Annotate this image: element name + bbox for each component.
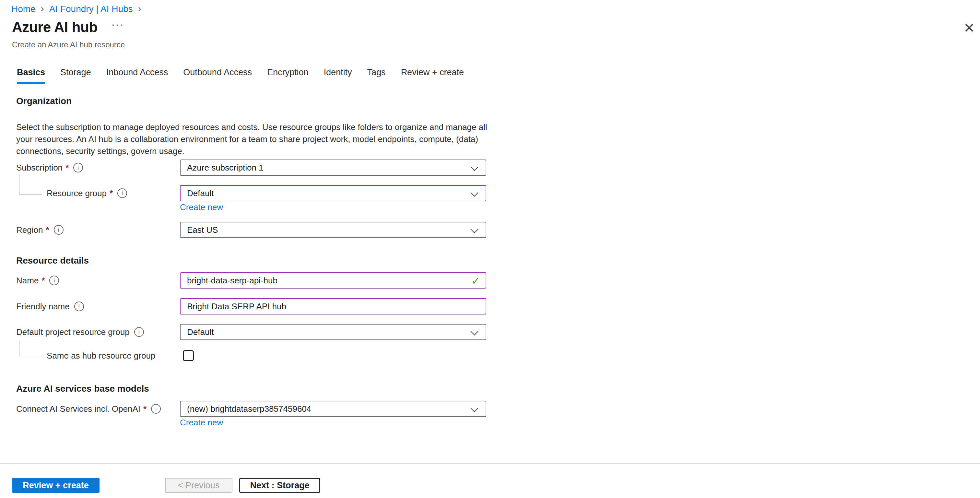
chevron-down-icon (470, 404, 478, 412)
connect-ai-services-label: Connect AI Services incl. OpenAI * i (16, 401, 161, 417)
region-value: East US (187, 225, 218, 235)
breadcrumb-chevron-icon: › (41, 3, 44, 13)
resource-group-label: Resource group * i (47, 185, 127, 201)
info-icon[interactable]: i (134, 327, 144, 337)
same-as-hub-label-text: Same as hub resource group (47, 351, 155, 361)
friendly-name-input[interactable] (180, 298, 486, 315)
page-subtitle: Create an Azure AI hub resource (12, 40, 125, 49)
info-icon[interactable]: i (73, 163, 83, 172)
organization-description: Select the subscription to manage deploy… (16, 121, 488, 157)
tree-connector (19, 341, 42, 356)
info-icon[interactable]: i (49, 275, 59, 285)
resource-group-value: Default (187, 188, 214, 199)
subscription-label-text: Subscription (16, 163, 62, 173)
default-project-resource-group-dropdown[interactable]: Default (180, 324, 486, 340)
more-menu-icon[interactable]: ··· (112, 20, 124, 31)
chevron-down-icon (470, 163, 478, 171)
chevron-down-icon (470, 328, 478, 335)
page-title: Azure AI hub (12, 19, 97, 36)
same-as-hub-resource-group-label: Same as hub resource group (47, 350, 155, 361)
breadcrumb-chevron-icon: › (138, 3, 142, 13)
tab-tags[interactable]: Tags (367, 67, 386, 84)
resource-details-section-heading: Resource details (16, 256, 89, 266)
organization-section-heading: Organization (16, 96, 72, 107)
connect-ai-services-value: (new) brightdataserp3857459604 (187, 404, 311, 414)
name-input[interactable] (180, 272, 486, 288)
tab-bar: Basics Storage Inbound Access Outbound A… (17, 67, 479, 84)
tab-storage[interactable]: Storage (60, 67, 91, 84)
name-field-wrapper: ✓ (180, 272, 486, 288)
resource-group-label-text: Resource group (47, 188, 107, 199)
chevron-down-icon (470, 189, 478, 196)
same-as-hub-resource-group-checkbox[interactable] (183, 350, 194, 361)
connect-ai-services-dropdown[interactable]: (new) brightdataserp3857459604 (180, 401, 486, 417)
previous-button[interactable]: < Previous (165, 478, 232, 493)
region-dropdown[interactable]: East US (180, 222, 486, 238)
info-icon[interactable]: i (54, 225, 64, 235)
tab-outbound-access[interactable]: Outbound Access (183, 67, 252, 84)
tree-connector (19, 175, 42, 194)
subscription-value: Azure subscription 1 (187, 163, 264, 173)
create-azure-ai-hub-page: Home › AI Foundry | AI Hubs › ✕ Azure AI… (0, 0, 980, 498)
footer-divider (0, 463, 980, 464)
tab-encryption[interactable]: Encryption (267, 67, 309, 84)
required-marker: * (41, 275, 45, 286)
review-create-button[interactable]: Review + create (12, 478, 100, 493)
name-label-text: Name (16, 275, 38, 286)
resource-group-dropdown[interactable]: Default (180, 185, 486, 201)
breadcrumb-ai-foundry-ai-hubs[interactable]: AI Foundry | AI Hubs (49, 4, 133, 14)
friendly-name-label: Friendly name i (16, 298, 84, 315)
breadcrumb: Home › AI Foundry | AI Hubs › (11, 4, 142, 14)
required-marker: * (46, 225, 49, 235)
info-icon[interactable]: i (151, 404, 161, 414)
create-new-resource-group-link[interactable]: Create new (180, 202, 223, 212)
subscription-dropdown[interactable]: Azure subscription 1 (180, 159, 486, 176)
tab-basics[interactable]: Basics (17, 67, 45, 84)
connect-ai-services-label-text: Connect AI Services incl. OpenAI (16, 404, 140, 414)
ai-services-section-heading: Azure AI services base models (16, 383, 149, 394)
region-label-text: Region (16, 225, 43, 235)
subscription-label: Subscription * i (16, 159, 83, 176)
breadcrumb-home[interactable]: Home (11, 4, 36, 14)
name-label: Name * i (16, 272, 59, 288)
chevron-down-icon (470, 225, 478, 233)
required-marker: * (110, 188, 113, 199)
default-project-resource-group-label-text: Default project resource group (16, 327, 130, 337)
valid-check-icon: ✓ (471, 274, 481, 287)
tab-review-create[interactable]: Review + create (401, 67, 464, 84)
friendly-name-field-wrapper (180, 298, 486, 315)
default-project-resource-group-value: Default (187, 327, 214, 337)
close-icon[interactable]: ✕ (964, 21, 975, 35)
required-marker: * (65, 163, 69, 173)
default-project-resource-group-label: Default project resource group i (16, 324, 144, 340)
tab-inbound-access[interactable]: Inbound Access (106, 67, 168, 84)
tab-identity[interactable]: Identity (324, 67, 352, 84)
region-label: Region * i (16, 222, 64, 238)
friendly-name-label-text: Friendly name (16, 302, 70, 312)
create-new-ai-services-link[interactable]: Create new (180, 418, 223, 428)
info-icon[interactable]: i (74, 302, 84, 311)
info-icon[interactable]: i (117, 188, 127, 198)
required-marker: * (143, 404, 146, 414)
next-storage-button[interactable]: Next : Storage (239, 478, 320, 493)
page-header: Azure AI hub ··· (12, 19, 124, 36)
